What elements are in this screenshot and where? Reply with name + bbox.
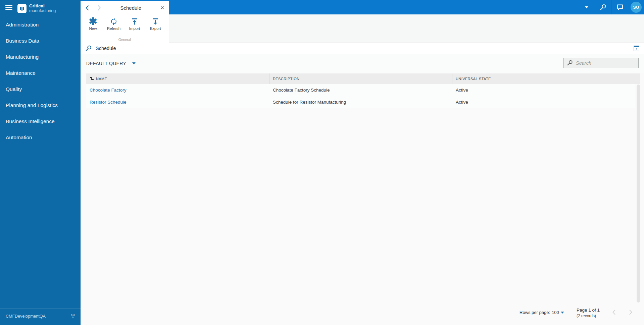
ribbon-group-label: General — [81, 38, 169, 42]
ribbon-group-general: ✱ New Refresh Im — [81, 14, 169, 43]
sidebar-item-manufacturing[interactable]: Manufacturing — [0, 49, 81, 65]
row-description: Chocolate Factory Schedule — [273, 88, 330, 93]
next-page-icon[interactable] — [629, 309, 633, 317]
refresh-button[interactable]: Refresh — [103, 17, 124, 31]
rows-per-page-caret-icon — [561, 312, 564, 314]
context-dropdown-caret-icon[interactable] — [585, 6, 588, 8]
column-header-name-label: NAME — [96, 77, 107, 81]
rows-per-page-selector[interactable]: Rows per page: 100 — [519, 310, 564, 315]
topbar-separator — [594, 0, 594, 14]
table-row[interactable]: Resistor Schedule Schedule for Resistor … — [86, 96, 635, 108]
import-button-label: Import — [129, 26, 140, 31]
export-icon — [151, 17, 159, 26]
grid-header-gutter — [635, 73, 640, 84]
company-logo — [17, 4, 27, 13]
column-header-description[interactable]: DESCRIPTION — [269, 73, 452, 84]
new-asterisk-icon: ✱ — [89, 17, 97, 26]
sidebar-item-quality[interactable]: Quality — [0, 81, 81, 97]
column-header-universal-state-label: UNIVERSAL STATE — [456, 77, 491, 81]
topbar-separator — [611, 0, 611, 14]
brand-line2: manufacturing — [29, 9, 56, 13]
tab-schedule[interactable]: Schedule × — [81, 1, 169, 14]
tab-title: Schedule — [101, 5, 160, 11]
import-icon — [131, 17, 139, 26]
entity-filter-row: Schedule ↑ — [81, 43, 644, 54]
sidebar-item-business-data[interactable]: Business Data — [0, 33, 81, 49]
query-row: DEFAULT QUERY — [81, 54, 644, 73]
vertical-scrollbar[interactable] — [637, 85, 640, 303]
sidebar-footer: CMFDevelopmentQA ⁰₁⁰ — [0, 309, 81, 325]
brand-text: Critical manufacturing — [29, 4, 56, 13]
sort-icon — [90, 76, 94, 82]
page-info: Page 1 of 1 (2 records) — [577, 308, 600, 318]
table-row[interactable]: Chocolate Factory Chocolate Factory Sche… — [86, 84, 635, 96]
grid-header: NAME DESCRIPTION UNIVERSAL STATE — [86, 73, 640, 84]
grid-search-icon — [567, 60, 573, 66]
previous-page-icon[interactable] — [612, 309, 616, 317]
records-count-label: (2 records) — [577, 314, 600, 318]
application-window: { "colors": { "sidebar_bg": "#0e6aa7", "… — [0, 0, 644, 325]
export-button-label: Export — [150, 26, 161, 31]
row-universal-state: Active — [456, 88, 468, 93]
page-number-label: Page 1 of 1 — [577, 308, 600, 313]
connection-binary-icon: ⁰₁⁰ — [71, 314, 75, 318]
sidebar-item-business-intelligence[interactable]: Business Intelligence — [0, 113, 81, 129]
sidebar-item-planning-and-logistics[interactable]: Planning and Logistics — [0, 97, 81, 113]
collapse-up-arrow-icon: ↑ — [636, 47, 637, 51]
row-universal-state: Active — [456, 100, 468, 105]
refresh-icon — [110, 17, 118, 26]
entity-name-label[interactable]: Schedule — [96, 46, 116, 51]
export-button[interactable]: Export — [145, 17, 166, 31]
menu-hamburger-icon[interactable] — [5, 5, 12, 10]
import-button[interactable]: Import — [124, 17, 145, 31]
new-button-label: New — [89, 26, 97, 31]
messages-chat-icon[interactable] — [616, 4, 624, 12]
grid-search-input[interactable] — [573, 60, 638, 66]
tab-close-icon[interactable]: × — [160, 5, 164, 11]
entity-search-icon — [86, 45, 92, 53]
row-description: Schedule for Resistor Manufacturing — [273, 100, 346, 105]
tab-forward-icon[interactable] — [98, 5, 101, 11]
brand-line1: Critical — [29, 4, 56, 9]
rows-per-page-label: Rows per page: — [519, 310, 550, 315]
collapse-panel-button[interactable]: ↑ — [634, 46, 639, 51]
user-avatar[interactable]: SU — [631, 2, 642, 13]
query-selector[interactable]: DEFAULT QUERY — [86, 61, 136, 66]
sidebar-item-maintenance[interactable]: Maintenance — [0, 65, 81, 81]
sidebar-item-administration[interactable]: Administration — [0, 17, 81, 33]
query-caret-icon — [132, 62, 136, 64]
row-name-link[interactable]: Chocolate Factory — [90, 88, 127, 93]
query-selected-label: DEFAULT QUERY — [86, 61, 126, 66]
tab-back-icon[interactable] — [86, 5, 89, 11]
ribbon-toolbar: ✱ New Refresh Im — [81, 14, 644, 43]
rows-per-page-value: 100 — [552, 310, 559, 315]
refresh-button-label: Refresh — [107, 26, 120, 31]
sidebar-nav: Administration Business Data Manufacturi… — [0, 17, 81, 146]
column-header-universal-state[interactable]: UNIVERSAL STATE — [452, 73, 635, 84]
environment-name: CMFDevelopmentQA — [6, 314, 46, 319]
global-search-icon[interactable] — [600, 4, 606, 12]
sidebar-item-automation[interactable]: Automation — [0, 129, 81, 146]
row-name-link[interactable]: Resistor Schedule — [90, 100, 127, 105]
column-header-name[interactable]: NAME — [86, 73, 269, 84]
column-header-description-label: DESCRIPTION — [273, 77, 300, 81]
sidebar: Critical manufacturing Administration Bu… — [0, 0, 81, 325]
new-button[interactable]: ✱ New — [83, 17, 103, 31]
grid-search-box[interactable] — [563, 58, 639, 68]
